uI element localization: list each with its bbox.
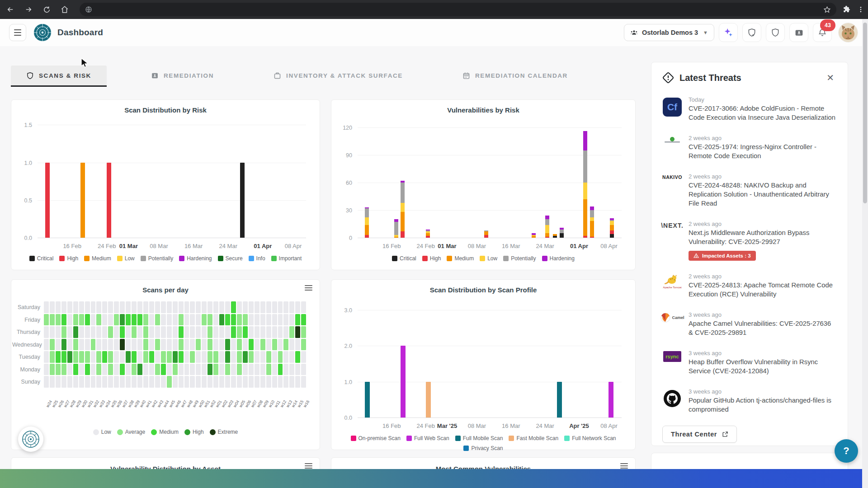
ostorlab-launcher-icon xyxy=(22,430,40,448)
tab-scans-risk[interactable]: SCANS & RISK xyxy=(11,66,107,87)
github-logo xyxy=(663,389,681,408)
heatmap-cell xyxy=(50,314,55,326)
browser-forward-button[interactable] xyxy=(21,2,36,17)
x-axis-label: 16 Feb xyxy=(63,243,81,249)
browser-reload-button[interactable] xyxy=(39,2,54,17)
heatmap-cell xyxy=(108,376,113,388)
heatmap-cell xyxy=(114,301,119,313)
threat-item[interactable]: Camel3 weeks agoApache Camel Vulnerabili… xyxy=(662,311,837,338)
heatmap-row-label: Wednesday xyxy=(12,342,40,348)
organization-icon xyxy=(630,29,638,37)
heatmap-cell xyxy=(202,339,207,351)
heatmap-cell xyxy=(108,301,113,313)
organization-selector[interactable]: Ostorlab Demos 3 ▼ xyxy=(624,24,714,41)
heatmap-cell xyxy=(301,376,306,388)
threat-item[interactable]: Apache Tomcat2 weeks agoCVE-2025-24813: … xyxy=(662,273,837,299)
y-axis-label: 1.0 xyxy=(24,160,32,166)
heatmap-cell xyxy=(272,376,277,388)
heatmap-cell xyxy=(137,314,142,326)
bar-high xyxy=(107,163,111,238)
help-fab[interactable]: ? xyxy=(835,439,858,463)
heatmap-cell xyxy=(289,351,294,363)
contacts-button[interactable] xyxy=(789,23,808,42)
heatmap-cell xyxy=(225,301,230,313)
threat-text: 3 weeks agoPopular GitHub Action tj-acti… xyxy=(689,388,837,414)
heatmap-cell xyxy=(255,326,259,338)
tab-remediation[interactable]: REMEDIATION xyxy=(136,66,229,87)
segment-hardening xyxy=(545,216,549,219)
heatmap-col-label: w48 xyxy=(186,399,193,408)
page-title: Dashboard xyxy=(57,28,103,38)
new-scan-button[interactable] xyxy=(742,23,761,42)
heatmap-cell xyxy=(249,339,254,351)
heatmap-cell xyxy=(137,339,142,351)
segment-low xyxy=(610,221,614,225)
forward-icon xyxy=(24,5,33,14)
segment-hardening xyxy=(401,181,405,183)
legend-swatch xyxy=(564,436,570,441)
legend-label: On-premise Scan xyxy=(359,435,401,441)
ai-assistant-button[interactable] xyxy=(719,23,738,42)
chart-title: Scan Distribution by Scan Profile xyxy=(331,286,635,294)
threat-item[interactable]: rsync3 weeks agoHeap Buffer Overflow Vul… xyxy=(662,350,837,376)
heatmap-cell xyxy=(283,364,288,375)
threat-item[interactable]: NAKIVO2 weeks agoCVE-2024-48248: NAKIVO … xyxy=(662,173,837,208)
chat-launcher[interactable] xyxy=(18,427,43,452)
tab-inventory[interactable]: INVENTORY & ATTACK SURFACE xyxy=(258,66,418,87)
security-button[interactable] xyxy=(766,23,785,42)
tab-remediation-calendar[interactable]: REMEDIATION CALENDAR xyxy=(447,66,583,87)
heatmap-cell xyxy=(202,314,207,326)
segment-medium xyxy=(532,236,536,238)
browser-back-button[interactable] xyxy=(3,2,18,17)
heatmap-cell xyxy=(61,339,66,351)
segment-high xyxy=(401,231,405,238)
extensions-puzzle-icon[interactable] xyxy=(843,5,851,14)
bookmark-star-icon[interactable] xyxy=(823,6,831,14)
browser-home-button[interactable] xyxy=(57,2,72,17)
heatmap-cell xyxy=(278,364,283,375)
legend-label: High xyxy=(430,255,441,262)
heatmap-cell xyxy=(255,314,259,326)
heatmap-cell xyxy=(155,339,160,351)
legend-swatch xyxy=(29,256,35,261)
heatmap-cell xyxy=(260,351,265,363)
chart-menu-icon[interactable] xyxy=(305,285,312,291)
heatmap-cell xyxy=(155,376,160,388)
heatmap-cell xyxy=(132,326,137,338)
heatmap-cell xyxy=(137,351,142,363)
browser-menu-icon[interactable] xyxy=(857,6,864,13)
threat-item[interactable]: 2 weeks agoCVE-2025-1974: Ingress-Nginx … xyxy=(662,135,837,161)
heatmap-cell xyxy=(120,326,125,338)
heatmap-cell xyxy=(91,376,96,388)
threat-item[interactable]: CfTodayCVE-2017-3066: Adobe ColdFusion -… xyxy=(662,96,837,122)
heatmap-cell xyxy=(237,314,242,326)
heatmap-cell xyxy=(149,339,154,351)
heatmap-cell xyxy=(231,376,236,388)
heatmap-cell xyxy=(161,351,166,363)
address-bar[interactable] xyxy=(80,3,836,16)
chart-menu-icon[interactable] xyxy=(305,463,312,469)
threat-item[interactable]: \NEXT.2 weeks agoNext.js Middleware Auth… xyxy=(662,221,837,261)
close-icon[interactable]: ✕ xyxy=(824,71,837,84)
heatmap-cell xyxy=(283,301,288,313)
x-axis-label: 16 Feb xyxy=(382,243,401,249)
heatmap-cell xyxy=(167,314,172,326)
vulnerabilities-by-risk-card: Vulnerabilities by Risk 030609012016 Feb… xyxy=(331,99,636,270)
heatmap-cell xyxy=(255,351,259,363)
heatmap-cell xyxy=(213,351,218,363)
heatmap-cell xyxy=(283,351,288,363)
threat-center-button[interactable]: Threat Center xyxy=(662,426,737,443)
threat-item[interactable]: 3 weeks agoPopular GitHub Action tj-acti… xyxy=(662,388,837,414)
user-avatar[interactable] xyxy=(838,23,858,42)
x-axis-label: 16 Mar xyxy=(502,243,520,249)
hamburger-menu-button[interactable] xyxy=(9,24,26,41)
scrollbar-thumb[interactable] xyxy=(863,23,867,203)
chart-legend: LowAverageMediumHighExtreme xyxy=(15,429,316,435)
heatmap-cell xyxy=(102,376,107,388)
heatmap-cell xyxy=(295,326,300,338)
heatmap-col-label: w31 xyxy=(86,399,94,408)
heatmap-cell xyxy=(96,364,101,375)
chart-legend: CriticalHighMediumLowPotentiallyHardenin… xyxy=(15,255,316,262)
chart-menu-icon[interactable] xyxy=(620,463,628,469)
notifications-button[interactable]: 43 xyxy=(813,23,832,42)
